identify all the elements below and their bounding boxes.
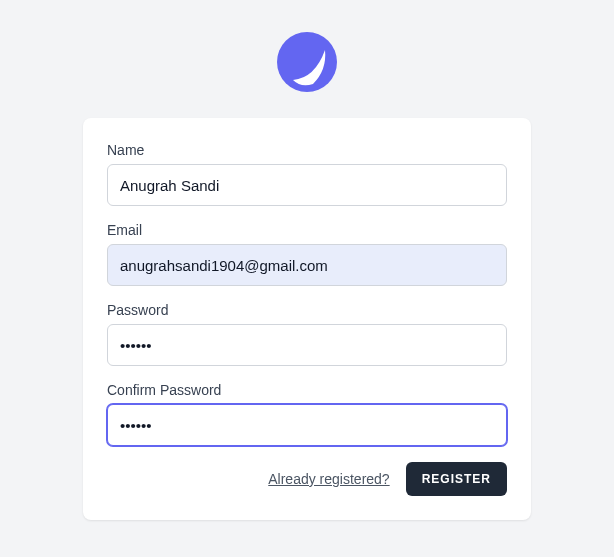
email-label: Email <box>107 222 507 238</box>
name-label: Name <box>107 142 507 158</box>
password-label: Password <box>107 302 507 318</box>
register-card: Name Email Password Confirm Password Alr… <box>83 118 531 520</box>
name-input[interactable] <box>107 164 507 206</box>
confirm-password-label: Confirm Password <box>107 382 507 398</box>
already-registered-link[interactable]: Already registered? <box>268 471 389 487</box>
email-input[interactable] <box>107 244 507 286</box>
password-input[interactable] <box>107 324 507 366</box>
app-logo <box>275 30 339 94</box>
register-button[interactable]: REGISTER <box>406 462 507 496</box>
confirm-password-input[interactable] <box>107 404 507 446</box>
